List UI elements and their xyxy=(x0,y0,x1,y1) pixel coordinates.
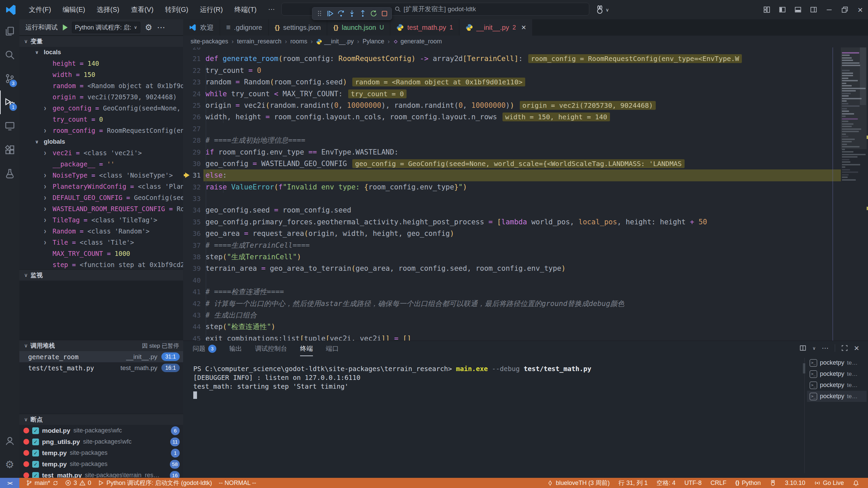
profile-widget[interactable]: ∨ xyxy=(595,0,609,19)
statusbar-problems[interactable]: 30 xyxy=(65,480,91,487)
breadcrumb-item[interactable]: terrain_research xyxy=(237,38,281,45)
statusbar-go-live[interactable]: Go Live xyxy=(814,480,844,487)
checkbox-checked-icon[interactable]: ✓ xyxy=(32,427,39,434)
split-terminal-button[interactable] xyxy=(800,345,806,351)
terminal-list-item[interactable]: >_pocketpyte… xyxy=(807,391,867,402)
breadcrumb-item[interactable]: site-packages xyxy=(191,38,228,45)
statusbar-eol[interactable]: CRLF xyxy=(710,480,726,487)
restart-button[interactable] xyxy=(369,8,379,19)
section-watch[interactable]: ∨监视 xyxy=(19,269,183,281)
minimize-button[interactable] xyxy=(821,0,837,19)
more-actions-icon[interactable]: ⋯ xyxy=(157,23,165,32)
layout-grid-button[interactable] xyxy=(759,0,774,19)
activitybar-search[interactable] xyxy=(0,43,19,67)
breadcrumb[interactable]: site-packages›terrain_research›rooms›__i… xyxy=(183,36,868,47)
scope-locals[interactable]: ∨locals xyxy=(19,47,183,58)
debug-config-dropdown[interactable]: Python 调试程序: 启: ∨ xyxy=(72,22,140,33)
checkbox-checked-icon[interactable]: ✓ xyxy=(32,461,39,468)
scope-globals[interactable]: ∨globals xyxy=(19,136,183,147)
code-editor[interactable]: 2021def generate_room(room_config: RoomR… xyxy=(183,47,868,341)
panel-bottom-button[interactable] xyxy=(790,0,806,19)
variable-row[interactable]: ❯geo_config = GeoConfig(seed=None, wor… xyxy=(19,103,183,114)
remote-indicator[interactable]: >< xyxy=(0,478,19,488)
stack-frame[interactable]: test/test_math.pytest_math.py16:1 xyxy=(19,362,183,373)
panel-tab-调试控制台[interactable]: 调试控制台 xyxy=(255,341,287,356)
code-line-40[interactable]: 40 xyxy=(183,274,868,286)
step-into-button[interactable] xyxy=(347,8,357,19)
code-line-21[interactable]: 21def generate_room(room_config: RoomReq… xyxy=(183,53,868,64)
breakpoint-row[interactable]: ✓temp.pysite-packages1 xyxy=(19,447,183,459)
activitybar-extensions[interactable] xyxy=(0,138,19,162)
activitybar-settings[interactable]: ⚙ xyxy=(0,453,19,476)
variable-row[interactable]: ❯Random = <class 'Random'> xyxy=(19,226,183,237)
breadcrumb-item[interactable]: generate_room xyxy=(393,38,442,45)
code-line-44[interactable]: 44 step("检查连通性") xyxy=(183,321,868,332)
code-line-41[interactable]: 41 # ====检查连通性==== xyxy=(183,286,868,298)
continue-button[interactable] xyxy=(325,8,335,19)
menu-终端(T)[interactable]: 终端(T) xyxy=(229,3,262,16)
section-variables[interactable]: ∨变量 xyxy=(19,36,183,47)
section-call-stack[interactable]: ∨调用堆栈因 step 已暂停 xyxy=(19,340,183,351)
breakpoint-row[interactable]: ✓temp.pysite-packages58 xyxy=(19,459,183,470)
close-button[interactable]: × xyxy=(852,0,868,19)
menu-转到(G)[interactable]: 转到(G) xyxy=(159,3,194,16)
statusbar-cursor-position[interactable]: 行 31, 列 1 xyxy=(618,479,648,487)
statusbar-git-branch[interactable]: main* xyxy=(26,480,58,487)
breakpoint-row[interactable]: ✓png_utils.pysite-packages\wfc11 xyxy=(19,436,183,447)
code-line-33[interactable]: 33 xyxy=(183,193,868,204)
code-line-35[interactable]: 35 geo_config.primary_forces.geothermal_… xyxy=(183,216,868,228)
statusbar-encoding[interactable]: UTF-8 xyxy=(684,480,702,487)
menu-查看(V)[interactable]: 查看(V) xyxy=(125,3,159,16)
code-line-27[interactable]: 27 xyxy=(183,123,868,135)
step-out-button[interactable] xyxy=(358,8,368,19)
terminal-list-item[interactable]: >_pocketpyte… xyxy=(807,357,867,368)
activitybar-accounts[interactable] xyxy=(0,429,19,453)
statusbar-python-version[interactable]: 3.10.10 xyxy=(785,480,805,487)
code-line-45[interactable]: 45 exit_combinations:list[tuple[vec2i, v… xyxy=(183,333,868,341)
checkbox-checked-icon[interactable]: ✓ xyxy=(32,472,39,478)
menu-文件(F)[interactable]: 文件(F) xyxy=(23,3,57,16)
editor-scrollbar[interactable] xyxy=(860,47,866,105)
code-line-29[interactable]: 29 if room_config.env_type == EnvType.WA… xyxy=(183,146,868,158)
variable-row[interactable]: MAX_TRY_COUNT = 1000 xyxy=(19,248,183,259)
tab-欢迎[interactable]: 欢迎 xyxy=(183,19,220,36)
tab-settings.json[interactable]: {}settings.json xyxy=(269,19,327,36)
code-line-31[interactable]: 31 else: xyxy=(183,169,868,181)
variable-row[interactable]: try_count = 0 xyxy=(19,114,183,125)
variable-row[interactable]: __package__ = '' xyxy=(19,159,183,170)
code-line-32[interactable]: 32 raise ValueError(f"Invalid env type: … xyxy=(183,181,868,193)
menu-···[interactable]: ··· xyxy=(262,3,281,16)
start-debug-button[interactable] xyxy=(61,23,69,32)
variable-row[interactable]: ❯room_config = RoomRequestConfig(env_t… xyxy=(19,125,183,136)
panel-tab-终端[interactable]: 终端 xyxy=(300,341,313,356)
panel-left-button[interactable] xyxy=(774,0,790,19)
code-line-36[interactable]: 36 geo_area = request_area(origin, width… xyxy=(183,228,868,239)
activitybar-remote-explorer[interactable] xyxy=(0,114,19,138)
statusbar-language-mode[interactable]: {}Python xyxy=(735,480,761,487)
debug-settings-gear-icon[interactable]: ⚙ xyxy=(145,23,153,32)
panel-right-button[interactable] xyxy=(806,0,821,19)
variable-row[interactable]: random = <Random object at 0x1bf9d01e… xyxy=(19,80,183,92)
statusbar-notifications[interactable] xyxy=(853,480,859,486)
code-line-38[interactable]: 38 step("生成TerrainCell") xyxy=(183,251,868,263)
checkbox-checked-icon[interactable]: ✓ xyxy=(32,439,39,445)
checkbox-checked-icon[interactable]: ✓ xyxy=(32,450,39,456)
code-line-26[interactable]: 26 width, height = room_config.layout.n_… xyxy=(183,111,868,123)
variable-row[interactable]: step = <function step at 0x1bf9cd216d xyxy=(19,259,183,269)
activitybar-testing[interactable] xyxy=(0,162,19,185)
panel-tab-端口[interactable]: 端口 xyxy=(326,341,339,356)
variable-row[interactable]: ❯Tile = <class 'Tile'> xyxy=(19,237,183,248)
code-line-43[interactable]: 43 # 生成出口组合 xyxy=(183,309,868,321)
variable-row[interactable]: width = 150 xyxy=(19,69,183,80)
variable-row[interactable]: ❯DEFAULT_GEO_CONFIG = GeoConfig(seed=1… xyxy=(19,192,183,203)
statusbar-git-commit[interactable]: blueloveTH (3 周前) xyxy=(547,479,610,487)
variable-row[interactable]: ❯NoiseType = <class 'NoiseType'> xyxy=(19,170,183,181)
breakpoint-row[interactable]: ✓model.pysite-packages\wfc6 xyxy=(19,425,183,436)
code-line-22[interactable]: 22 try_count = 0 xyxy=(183,65,868,76)
panel-tab-输出[interactable]: 输出 xyxy=(229,341,242,356)
chevron-down-button[interactable]: ∨ xyxy=(812,346,816,350)
tab-launch.json[interactable]: {}launch.jsonU xyxy=(327,19,390,36)
stop-button[interactable] xyxy=(379,8,390,19)
drag-grip-button[interactable] xyxy=(314,8,324,19)
terminal-list-item[interactable]: >_pocketpyte… xyxy=(807,368,867,380)
